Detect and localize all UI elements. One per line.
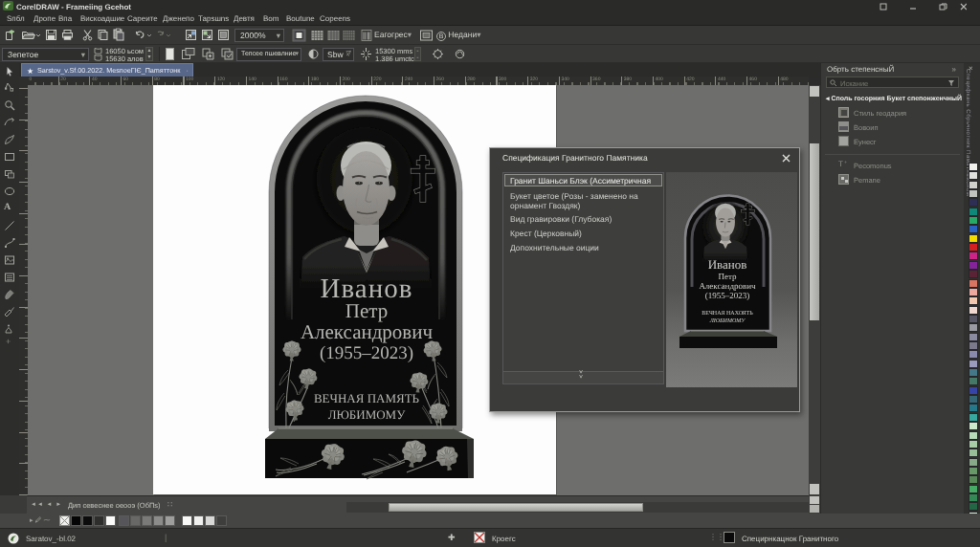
svg-text:Александрович: Александрович bbox=[301, 320, 434, 343]
svg-text:Петр: Петр bbox=[345, 299, 388, 322]
svg-text:ЛЮБИМОМУ: ЛЮБИМОМУ bbox=[709, 318, 746, 324]
svg-text:ЛЮБИМОМУ: ЛЮБИМОМУ bbox=[328, 407, 407, 422]
svg-text:ВЕЧНАЯ ПАМЯТЬ: ВЕЧНАЯ ПАМЯТЬ bbox=[314, 391, 420, 405]
svg-text:Петр: Петр bbox=[718, 272, 737, 281]
svg-text:(1955–2023): (1955–2023) bbox=[320, 343, 413, 363]
svg-text:(1955–2023): (1955–2023) bbox=[705, 291, 750, 300]
svg-text:ВЕЧНАЯ НАХОЯТЬ: ВЕЧНАЯ НАХОЯТЬ bbox=[702, 311, 753, 317]
svg-text:Иванов: Иванов bbox=[708, 257, 747, 272]
svg-text:Александрович: Александрович bbox=[699, 281, 756, 291]
